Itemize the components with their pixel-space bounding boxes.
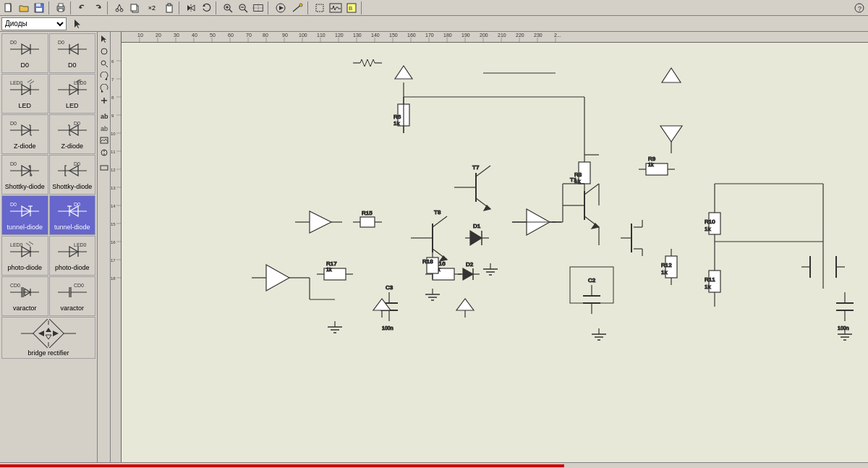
- svg-text:D0: D0: [74, 161, 80, 166]
- svg-marker-121: [46, 335, 51, 339]
- component-cell-photo-2[interactable]: LED0 photo-diode: [49, 236, 96, 276]
- svg-marker-8: [98, 6, 101, 9]
- zoom-out-button[interactable]: [236, 1, 250, 15]
- svg-text:2...: 2...: [554, 33, 561, 38]
- cut-button[interactable]: [112, 1, 127, 15]
- comp-label-z-2: Z-diode: [61, 142, 83, 150]
- component-cell-tunnel-2[interactable]: D0 tunnel-diode: [49, 195, 96, 235]
- svg-text:1k: 1k: [705, 226, 711, 232]
- svg-point-123: [101, 48, 107, 54]
- svg-text:R15: R15: [362, 210, 373, 216]
- new-button[interactable]: [1, 1, 16, 15]
- rotate-ccw-tool[interactable]: [98, 82, 110, 94]
- component-category-select[interactable]: Диоды Транзисторы Конденсаторы Резисторы: [1, 17, 67, 30]
- svg-text:180: 180: [443, 33, 452, 38]
- component-cell-z-diode-1[interactable]: D0 Z-diode: [1, 114, 48, 154]
- svg-marker-118: [38, 331, 44, 336]
- component-cell-tunnel-1[interactable]: D0 tunnel-diode: [1, 195, 48, 235]
- svg-text:20: 20: [156, 33, 161, 38]
- comp-label-led0-2: LED: [66, 102, 79, 109]
- rotate-cw-tool[interactable]: [98, 70, 110, 82]
- component-cell-varactor-2[interactable]: CD0 varactor: [49, 276, 96, 316]
- svg-text:T7: T7: [472, 164, 480, 171]
- svg-text:LED0: LED0: [74, 80, 87, 85]
- help-button[interactable]: ?: [852, 1, 867, 15]
- svg-line-55: [30, 81, 34, 84]
- text-tool[interactable]: ab|: [98, 110, 110, 122]
- copy-button[interactable]: [127, 1, 142, 15]
- svg-text:CD0: CD0: [74, 283, 84, 288]
- svg-marker-127: [101, 90, 103, 93]
- toolbar-sep-2: [70, 1, 73, 14]
- svg-text:140: 140: [371, 33, 380, 38]
- export-button[interactable]: B: [344, 1, 359, 15]
- paste-button[interactable]: [162, 1, 176, 15]
- zoom-tool[interactable]: [98, 58, 110, 69]
- component-cell-bridge-1[interactable]: bridge rectifier: [1, 317, 95, 359]
- svg-marker-119: [53, 331, 59, 336]
- main-toolbar: ×2 B ?: [0, 0, 868, 16]
- zoom-fit-button[interactable]: [251, 1, 265, 15]
- mirror-h-button[interactable]: [184, 1, 198, 15]
- svg-text:30: 30: [174, 33, 179, 38]
- svg-rect-136: [101, 166, 108, 170]
- toolbar-sep-3: [107, 1, 110, 14]
- image-tool[interactable]: [98, 135, 110, 146]
- sim-button[interactable]: [273, 1, 289, 15]
- svg-line-96: [29, 242, 33, 244]
- scope-button[interactable]: [328, 1, 344, 15]
- probe-button[interactable]: [289, 1, 305, 15]
- rect-select-button[interactable]: [312, 1, 327, 15]
- svg-rect-137: [111, 32, 868, 462]
- component-cell-led0-2[interactable]: LED0 LED: [49, 74, 96, 114]
- component-cell-d0-2[interactable]: D0 D0: [49, 33, 96, 73]
- comp-label-d0-1: D0: [20, 61, 29, 69]
- svg-text:CD0: CD0: [10, 283, 20, 288]
- svg-text:T1: T1: [570, 176, 577, 183]
- redo-button[interactable]: [90, 1, 105, 15]
- component-cell-shottky-2[interactable]: D0 Shottky-diode: [49, 155, 96, 195]
- open-button[interactable]: [17, 1, 31, 15]
- schematic-svg[interactable]: 10 20 30 40 50 60 70 80 90 100: [111, 32, 868, 462]
- add-tool[interactable]: [98, 95, 110, 106]
- probe-tool[interactable]: [98, 147, 110, 158]
- rotate-button[interactable]: [199, 1, 213, 15]
- svg-text:?: ?: [858, 5, 861, 12]
- component-cell-photo-1[interactable]: LED0 photo-diode: [1, 236, 48, 276]
- svg-rect-35: [316, 4, 323, 12]
- zoom-in-button[interactable]: [221, 1, 235, 15]
- svg-text:190: 190: [461, 33, 470, 38]
- text-tool-2[interactable]: ab: [98, 122, 110, 134]
- select-tool[interactable]: [98, 33, 110, 45]
- svg-text:D2: D2: [466, 261, 474, 268]
- svg-text:60: 60: [228, 33, 234, 38]
- bottom-status-bar: [0, 462, 868, 468]
- component-cell-shottky-1[interactable]: D0 Shottky-diode: [1, 155, 48, 195]
- svg-text:1k: 1k: [393, 120, 400, 127]
- svg-text:R17: R17: [326, 260, 337, 267]
- copy-x2-button[interactable]: ×2: [142, 1, 161, 15]
- svg-rect-2: [36, 4, 41, 7]
- schematic-canvas-area[interactable]: 10 20 30 40 50 60 70 80 90 100: [111, 32, 868, 462]
- print-button[interactable]: [54, 1, 68, 15]
- component-cell-d0-1[interactable]: D0 D0: [1, 33, 48, 73]
- svg-line-22: [229, 9, 232, 12]
- save-button[interactable]: [32, 1, 46, 15]
- component-cell-led0-1[interactable]: LED0 LED: [1, 74, 48, 114]
- svg-text:120: 120: [335, 33, 344, 38]
- component-panel: D0 D0 D0 D0 LED0: [0, 32, 98, 462]
- undo-button[interactable]: [75, 1, 90, 15]
- svg-text:40: 40: [192, 33, 197, 38]
- circle-tool[interactable]: [98, 46, 110, 57]
- svg-text:R18: R18: [422, 258, 433, 265]
- component-cell-varactor-1[interactable]: CD0 varactor: [1, 276, 48, 316]
- svg-rect-237: [360, 217, 375, 227]
- svg-text:10: 10: [111, 132, 116, 136]
- svg-rect-16: [168, 4, 171, 6]
- svg-rect-139: [111, 42, 868, 43]
- select-tool-button[interactable]: [70, 17, 85, 31]
- svg-line-54: [27, 80, 32, 82]
- component-cell-z-diode-2[interactable]: D0 Z-diode: [49, 114, 96, 154]
- line-tool[interactable]: [98, 162, 110, 174]
- svg-text:50: 50: [210, 33, 216, 38]
